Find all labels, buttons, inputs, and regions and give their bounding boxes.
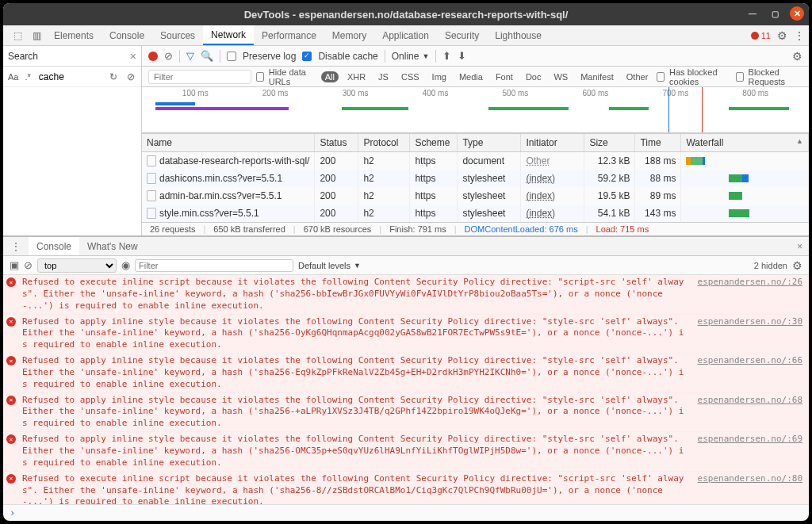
filter-type-ws[interactable]: WS: [550, 71, 572, 82]
console-message-text: Refused to apply inline style because it…: [17, 395, 691, 430]
console-error-row[interactable]: ✕Refused to apply inline style because i…: [3, 432, 809, 472]
import-har-icon[interactable]: ⬆: [442, 50, 451, 62]
hide-data-urls-checkbox[interactable]: [256, 72, 264, 82]
error-counter[interactable]: 11: [751, 31, 771, 40]
console-sidebar-toggle-icon[interactable]: ▣: [10, 259, 19, 271]
request-row[interactable]: dashicons.min.css?ver=5.5.1200h2httpssty…: [142, 170, 809, 187]
initiator-link[interactable]: (index): [526, 173, 555, 184]
console-prompt[interactable]: ›: [3, 504, 809, 521]
timeline-tick: 400 ms: [423, 89, 449, 98]
filter-input[interactable]: [148, 70, 251, 84]
console-message-text: Refused to execute inline script because…: [17, 277, 691, 312]
console-error-row[interactable]: ✕Refused to execute inline script becaus…: [3, 472, 809, 504]
search-close-icon[interactable]: ×: [130, 50, 136, 63]
search-input[interactable]: [36, 70, 103, 84]
console-error-row[interactable]: ✕Refused to apply inline style because i…: [3, 315, 809, 354]
search-icon[interactable]: 🔍: [201, 50, 213, 62]
filter-type-css[interactable]: CSS: [397, 71, 423, 82]
record-button[interactable]: [148, 52, 158, 61]
console-source-link[interactable]: espenandersen.no/:66: [691, 355, 802, 365]
regex-toggle[interactable]: .*: [23, 72, 32, 82]
tab-memory[interactable]: Memory: [324, 25, 374, 45]
column-size[interactable]: Size: [584, 134, 635, 152]
preserve-log-checkbox[interactable]: [227, 52, 236, 61]
drawer-close-icon[interactable]: ×: [791, 237, 809, 255]
filter-type-js[interactable]: JS: [374, 71, 393, 82]
error-icon: ✕: [6, 434, 17, 444]
console-clear-icon[interactable]: ⊘: [24, 259, 33, 271]
column-time[interactable]: Time: [635, 134, 681, 152]
initiator-link[interactable]: (index): [526, 208, 555, 219]
search-clear-icon[interactable]: ⊘: [124, 70, 138, 84]
console-source-link[interactable]: espenandersen.no/:80: [691, 473, 802, 484]
filter-type-font[interactable]: Font: [492, 71, 517, 82]
request-name: dashicons.min.css?ver=5.5.1: [159, 173, 282, 184]
window-maximize-button[interactable]: ▢: [768, 6, 782, 21]
tab-sources[interactable]: Sources: [152, 25, 203, 45]
console-error-row[interactable]: ✕Refused to apply inline style because i…: [3, 393, 809, 433]
search-refresh-icon[interactable]: ↻: [106, 70, 121, 84]
filter-type-other[interactable]: Other: [622, 71, 653, 82]
filter-type-img[interactable]: Img: [428, 71, 450, 82]
request-row[interactable]: admin-bar.min.css?ver=5.5.1200h2httpssty…: [142, 187, 809, 205]
console-filter-input[interactable]: [135, 259, 293, 272]
filter-type-xhr[interactable]: XHR: [343, 71, 370, 82]
settings-gear-icon[interactable]: ⚙: [777, 29, 787, 42]
column-waterfall[interactable]: Waterfall▲: [681, 134, 809, 152]
initiator-link[interactable]: (index): [526, 190, 555, 201]
console-source-link[interactable]: espenandersen.no/:26: [691, 277, 802, 287]
disable-cache-checkbox[interactable]: [302, 52, 312, 61]
error-count-value: 11: [761, 31, 771, 40]
column-name[interactable]: Name: [142, 134, 315, 152]
console-hidden-count[interactable]: 2 hidden: [754, 261, 787, 270]
timeline-overview[interactable]: 100 ms200 ms300 ms400 ms500 ms600 ms700 …: [142, 87, 809, 133]
tab-application[interactable]: Application: [374, 25, 437, 45]
tab-elements[interactable]: Elements: [46, 25, 102, 45]
request-row[interactable]: database-research-reports-with-sql/200h2…: [142, 152, 809, 170]
blocked-cookies-label: Has blocked cookies: [669, 67, 731, 86]
console-error-row[interactable]: ✕Refused to execute inline script becaus…: [3, 275, 809, 315]
device-toolbar-icon[interactable]: ▥: [27, 25, 46, 45]
console-message-text: Refused to apply inline style because it…: [17, 316, 691, 352]
column-protocol[interactable]: Protocol: [358, 134, 410, 152]
console-source-link[interactable]: espenandersen.no/:30: [691, 316, 802, 327]
window-close-button[interactable]: ✕: [790, 6, 804, 21]
tab-network[interactable]: Network: [203, 25, 254, 45]
column-initiator[interactable]: Initiator: [521, 134, 584, 152]
console-error-row[interactable]: ✕Refused to apply inline style because i…: [3, 354, 809, 393]
console-settings-icon[interactable]: ⚙: [792, 259, 802, 272]
match-case-toggle[interactable]: Aa: [6, 72, 20, 82]
network-settings-icon[interactable]: ⚙: [792, 50, 802, 63]
filter-type-media[interactable]: Media: [455, 71, 487, 82]
console-messages[interactable]: ✕Refused to execute inline script becaus…: [3, 275, 809, 504]
console-context-select[interactable]: top: [37, 258, 117, 273]
tab-lighthouse[interactable]: Lighthouse: [487, 25, 550, 45]
tab-security[interactable]: Security: [437, 25, 487, 45]
filter-toggle-icon[interactable]: ▽: [186, 50, 194, 62]
filter-type-all[interactable]: All: [321, 71, 339, 82]
blocked-requests-checkbox[interactable]: [736, 72, 744, 82]
console-source-link[interactable]: espenandersen.no/:68: [691, 395, 802, 405]
column-status[interactable]: Status: [315, 134, 358, 152]
console-source-link[interactable]: espenandersen.no/:69: [691, 434, 802, 444]
window-minimize-button[interactable]: —: [745, 6, 760, 21]
initiator-link[interactable]: Other: [526, 155, 550, 166]
drawer-tab-whatsnew[interactable]: What's New: [79, 237, 146, 255]
tab-performance[interactable]: Performance: [254, 25, 324, 45]
more-menu-icon[interactable]: ⋮: [794, 29, 804, 42]
filter-type-doc[interactable]: Doc: [522, 71, 546, 82]
throttling-select[interactable]: Online ▼: [392, 51, 430, 62]
column-scheme[interactable]: Scheme: [410, 134, 458, 152]
tab-console[interactable]: Console: [102, 25, 152, 45]
blocked-cookies-checkbox[interactable]: [657, 72, 665, 82]
column-type[interactable]: Type: [458, 134, 521, 152]
drawer-tab-console[interactable]: Console: [29, 237, 79, 255]
drawer-menu-icon[interactable]: ⋮: [3, 237, 29, 255]
live-expression-icon[interactable]: ◉: [121, 259, 130, 271]
inspect-element-icon[interactable]: ⬚: [8, 25, 27, 45]
export-har-icon[interactable]: ⬇: [458, 50, 466, 62]
filter-type-manifest[interactable]: Manifest: [576, 71, 618, 82]
console-levels-select[interactable]: Default levels ▼: [298, 261, 361, 270]
clear-icon[interactable]: ⊘: [164, 50, 173, 62]
request-row[interactable]: style.min.css?ver=5.5.1200h2httpsstylesh…: [142, 205, 809, 222]
